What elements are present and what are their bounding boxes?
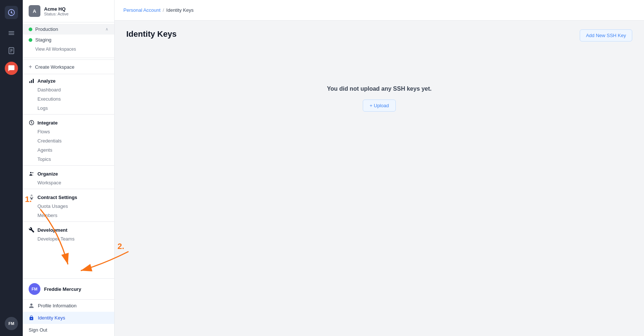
app-logo[interactable] [5, 6, 18, 19]
add-ssh-key-button[interactable]: Add New SSH Key [580, 29, 632, 41]
sidebar-header: A Acme HQ Status: Active [23, 0, 114, 22]
analyze-label: Analyze [37, 78, 55, 84]
workspace-item-production[interactable]: Production ∧ [23, 24, 114, 35]
divider-4 [23, 189, 114, 189]
upload-button[interactable]: + Upload [363, 100, 396, 112]
chat-icon[interactable] [5, 62, 18, 75]
breadcrumb: Personal Account / Identity Keys [123, 7, 193, 13]
person-icon [29, 303, 34, 308]
plus-icon: + [29, 64, 32, 70]
sidebar-item-logs[interactable]: Logs [23, 104, 114, 113]
divider-3 [23, 165, 114, 166]
sidebar-item-developer-teams[interactable]: Developer Teams [23, 234, 114, 243]
profile-info-label: Profile Information [38, 303, 77, 308]
user-name: Freddie Mercury [44, 286, 81, 292]
section-integrate: Integrate [23, 116, 114, 127]
identity-keys-label: Identity Keys [38, 315, 65, 321]
divider-5 [23, 221, 114, 222]
page-title: Identity Keys [126, 29, 177, 39]
integrate-label: Integrate [37, 120, 58, 126]
sidebar-item-flows[interactable]: Flows [23, 127, 114, 136]
svg-point-12 [30, 172, 32, 173]
workspace-info: Acme HQ Status: Active [44, 6, 108, 16]
organize-label: Organize [37, 171, 58, 177]
active-dot [29, 28, 32, 31]
breadcrumb-current: Identity Keys [166, 7, 193, 13]
svg-rect-9 [29, 81, 30, 83]
page-header: Identity Keys Add New SSH Key [126, 29, 632, 41]
empty-message: You did not upload any SSH keys yet. [327, 86, 431, 92]
divider-1 [23, 58, 114, 58]
identity-keys-item[interactable]: Identity Keys [23, 312, 114, 324]
top-bar: Personal Account / Identity Keys [115, 0, 644, 21]
icon-rail: FM [0, 0, 23, 336]
sidebar-item-agents[interactable]: Agents [23, 145, 114, 155]
sidebar-item-executions[interactable]: Executions [23, 94, 114, 104]
divider-2 [23, 114, 114, 115]
section-contract-settings: Contract Settings [23, 191, 114, 202]
user-menu-header: FM Freddie Mercury [23, 279, 114, 300]
sign-out-button[interactable]: Sign Out [23, 324, 114, 336]
main-content: Personal Account / Identity Keys Identit… [115, 0, 644, 336]
sidebar-item-workspace[interactable]: Workspace [23, 178, 114, 187]
create-workspace-button[interactable]: + Create Workspace [23, 59, 114, 74]
workspace-name: Acme HQ [44, 6, 108, 12]
svg-rect-10 [31, 80, 32, 83]
section-development: Development [23, 223, 114, 234]
svg-point-1 [11, 12, 12, 13]
sidebar-item-credentials[interactable]: Credentials [23, 136, 114, 145]
section-organize: Organize [23, 167, 114, 178]
workspace-avatar: A [29, 5, 40, 17]
svg-point-13 [32, 172, 33, 173]
chevron-up-icon: ∧ [105, 27, 108, 32]
section-analyze: Analyze [23, 74, 114, 85]
sidebar-item-dashboard[interactable]: Dashboard [23, 85, 114, 94]
document-icon[interactable] [5, 44, 18, 57]
user-avatar: FM [29, 283, 40, 295]
lock-icon [29, 315, 34, 321]
user-avatar-rail[interactable]: FM [5, 317, 18, 330]
empty-state: You did not upload any SSH keys yet. + U… [126, 86, 632, 112]
sidebar: A Acme HQ Status: Active Production ∧ St… [23, 0, 115, 336]
workspace-production-label: Production [35, 26, 102, 32]
svg-rect-11 [33, 79, 34, 83]
workspace-item-staging[interactable]: Staging [23, 35, 114, 45]
hamburger-menu-icon[interactable] [5, 26, 18, 40]
sidebar-item-topics[interactable]: Topics [23, 155, 114, 164]
workspace-status: Status: Active [44, 12, 108, 16]
create-workspace-label: Create Workspace [35, 64, 74, 70]
workspace-list: Production ∧ Staging View All Workspaces [23, 22, 114, 56]
profile-information-item[interactable]: Profile Information [23, 300, 114, 312]
user-menu-panel: FM Freddie Mercury Profile Information I… [23, 278, 114, 336]
development-label: Development [37, 227, 68, 233]
workspace-staging-label: Staging [35, 37, 108, 43]
view-all-workspaces-link[interactable]: View All Workspaces [23, 45, 114, 55]
page-area: Identity Keys Add New SSH Key You did no… [115, 21, 644, 336]
sidebar-item-members[interactable]: Members [23, 211, 114, 220]
contract-settings-label: Contract Settings [37, 195, 77, 200]
breadcrumb-separator: / [163, 7, 164, 13]
breadcrumb-parent-link[interactable]: Personal Account [123, 7, 160, 13]
staging-dot [29, 38, 32, 42]
sidebar-item-quota[interactable]: Quota Usages [23, 202, 114, 211]
